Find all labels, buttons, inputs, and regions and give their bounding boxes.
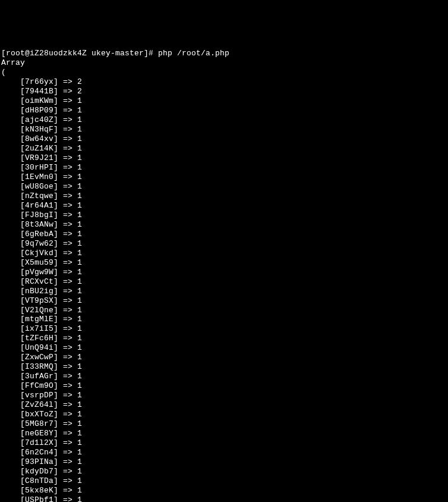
array-entry: [8t3ANw] => 1 (1, 220, 448, 230)
array-entry: [nBU2ig] => 1 (1, 287, 448, 296)
array-entry: [ix7iI5] => 1 (1, 324, 448, 334)
array-entry: [ZvZ64l] => 1 (1, 400, 448, 410)
array-entry: [4r64A1] => 1 (1, 201, 448, 211)
array-entry: [UnQ94i] => 1 (1, 343, 448, 353)
array-entry: [FfCm9O] => 1 (1, 381, 448, 391)
array-entry: [X5mu59] => 1 (1, 258, 448, 268)
array-entry: [pVgw9W] => 1 (1, 268, 448, 277)
array-entry: [VT9pSX] => 1 (1, 296, 448, 306)
array-entry: [CkjVkd] => 1 (1, 249, 448, 258)
array-entry: [C8nTDa] => 1 (1, 476, 448, 486)
array-open-paren: ( (1, 68, 448, 77)
command-prompt: [root@iZ28uodzkk4Z ukey-master]# php /ro… (1, 49, 448, 58)
array-entry: [7d1l2X] => 1 (1, 438, 448, 448)
array-entry: [vsrpDP] => 1 (1, 391, 448, 400)
array-entry: [FJ8bgI] => 1 (1, 211, 448, 220)
array-entry: [5kx8eK] => 1 (1, 486, 448, 495)
array-entry: [6n2Cn4] => 1 (1, 448, 448, 457)
array-entry: [ajc40Z] => 1 (1, 115, 448, 125)
array-header: Array (1, 58, 448, 68)
array-entry: [30rHPI] => 1 (1, 163, 448, 172)
array-entry: [79441B] => 2 (1, 87, 448, 96)
array-entry: [VR9J21] => 1 (1, 153, 448, 163)
array-entry: [5MG8r7] => 1 (1, 419, 448, 429)
array-entry: [ZxwCwP] => 1 (1, 353, 448, 362)
array-entry: [kN3HqF] => 1 (1, 125, 448, 134)
array-entry: [kdyDb7] => 1 (1, 467, 448, 476)
array-entry: [8w64xv] => 1 (1, 134, 448, 144)
array-entry: [tZFc6H] => 1 (1, 334, 448, 343)
array-entry: [6gRebA] => 1 (1, 230, 448, 239)
array-entry: [dH8P09] => 1 (1, 106, 448, 115)
array-entry: [3ufAGr] => 1 (1, 372, 448, 381)
array-entry: [93PINa] => 1 (1, 457, 448, 467)
array-entries: [7r66yx] => 2 [79441B] => 2 [oimKWm] => … (1, 77, 448, 502)
array-entry: [USPbf1] => 1 (1, 495, 448, 502)
array-entry: [1EvMn0] => 1 (1, 172, 448, 182)
array-entry: [9q7w62] => 1 (1, 239, 448, 249)
array-entry: [V2lQne] => 1 (1, 306, 448, 315)
array-entry: [2uZ14K] => 1 (1, 144, 448, 153)
terminal-output: [root@iZ28uodzkk4Z ukey-master]# php /ro… (1, 39, 448, 502)
array-entry: [nZtqwe] => 1 (1, 192, 448, 201)
array-entry: [mtgMlE] => 1 (1, 315, 448, 324)
array-entry: [I33RMQ] => 1 (1, 362, 448, 372)
array-entry: [neGE8Y] => 1 (1, 429, 448, 438)
array-entry: [7r66yx] => 2 (1, 77, 448, 87)
array-entry: [bxXToZ] => 1 (1, 410, 448, 419)
array-entry: [oimKWm] => 1 (1, 96, 448, 106)
array-entry: [wU8Goe] => 1 (1, 182, 448, 192)
array-entry: [RCXvCt] => 1 (1, 277, 448, 287)
